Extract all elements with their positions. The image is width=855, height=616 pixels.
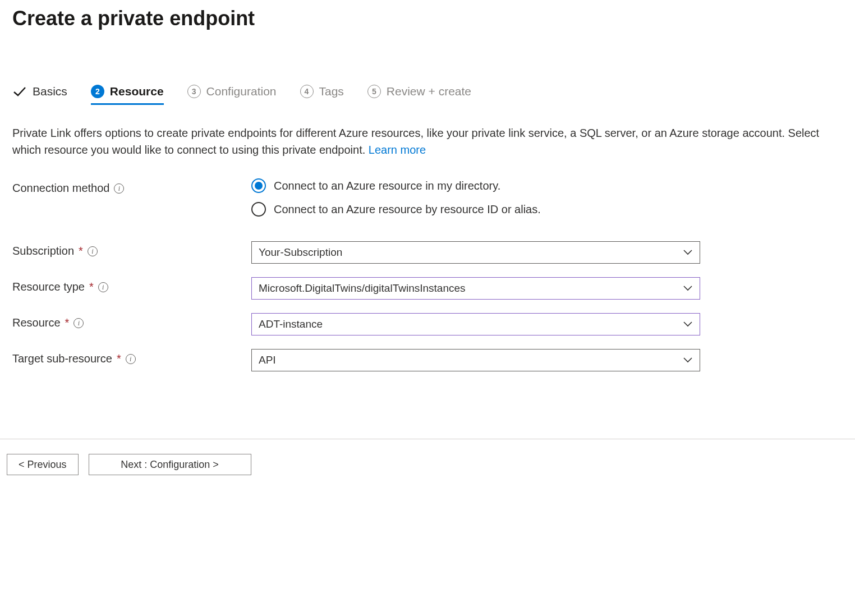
tab-resource[interactable]: 2 Resource [91,85,164,105]
checkmark-icon [12,84,27,99]
tab-label: Basics [33,85,67,98]
tab-label: Review + create [387,85,471,98]
chevron-down-icon [683,354,693,366]
tab-basics[interactable]: Basics [12,84,67,105]
target-sub-resource-dropdown[interactable]: API [251,349,700,371]
info-icon[interactable]: i [73,318,84,328]
label-text: Connection method [12,182,109,195]
previous-button[interactable]: < Previous [7,454,79,475]
info-icon[interactable]: i [114,183,124,194]
dropdown-value: ADT-instance [259,318,323,330]
label-text: Resource type [12,281,85,293]
page-title: Create a private endpoint [12,7,843,30]
step-number-badge: 5 [367,85,381,98]
label-resource-type: Resource type * i [12,277,251,293]
tab-label: Configuration [206,85,277,98]
tab-configuration[interactable]: 3 Configuration [187,85,277,105]
step-number-badge: 2 [91,85,104,98]
tab-tags[interactable]: 4 Tags [300,85,344,105]
tab-review-create[interactable]: 5 Review + create [367,85,471,105]
info-icon[interactable]: i [126,354,136,364]
required-asterisk: * [89,281,94,293]
chevron-down-icon [683,282,693,295]
subscription-dropdown[interactable]: Your-Subscription [251,241,700,264]
radio-connect-directory[interactable]: Connect to an Azure resource in my direc… [251,178,843,193]
radio-connect-resource-id[interactable]: Connect to an Azure resource by resource… [251,202,843,217]
dropdown-value: API [259,354,276,366]
dropdown-value: Your-Subscription [259,246,342,259]
label-text: Target sub-resource [12,352,112,365]
next-button[interactable]: Next : Configuration > [89,454,251,475]
tab-label: Tags [319,85,344,98]
radio-icon [251,178,266,193]
radio-label: Connect to an Azure resource in my direc… [274,180,500,192]
label-target-sub-resource: Target sub-resource * i [12,349,251,365]
label-subscription: Subscription * i [12,241,251,258]
chevron-down-icon [683,318,693,330]
dropdown-value: Microsoft.DigitalTwins/digitalTwinsInsta… [259,282,466,295]
step-number-badge: 4 [300,85,314,98]
info-icon[interactable]: i [88,246,98,256]
description-text: Private Link offers options to create pr… [12,125,843,158]
label-resource: Resource * i [12,313,251,329]
info-icon[interactable]: i [98,282,108,292]
required-asterisk: * [79,245,83,258]
label-text: Subscription [12,245,74,258]
wizard-tabs: Basics 2 Resource 3 Configuration 4 Tags… [12,84,843,105]
wizard-footer: < Previous Next : Configuration > [0,439,855,490]
chevron-down-icon [683,246,693,259]
label-text: Resource [12,316,61,329]
resource-type-dropdown[interactable]: Microsoft.DigitalTwins/digitalTwinsInsta… [251,277,700,300]
step-number-badge: 3 [187,85,201,98]
required-asterisk: * [65,316,70,329]
radio-label: Connect to an Azure resource by resource… [274,203,541,216]
learn-more-link[interactable]: Learn more [369,144,426,156]
connection-method-radio-group: Connect to an Azure resource in my direc… [251,178,843,217]
required-asterisk: * [117,352,121,365]
radio-icon [251,202,266,217]
resource-dropdown[interactable]: ADT-instance [251,313,700,335]
label-connection-method: Connection method i [12,178,251,195]
tab-label: Resource [110,85,164,98]
